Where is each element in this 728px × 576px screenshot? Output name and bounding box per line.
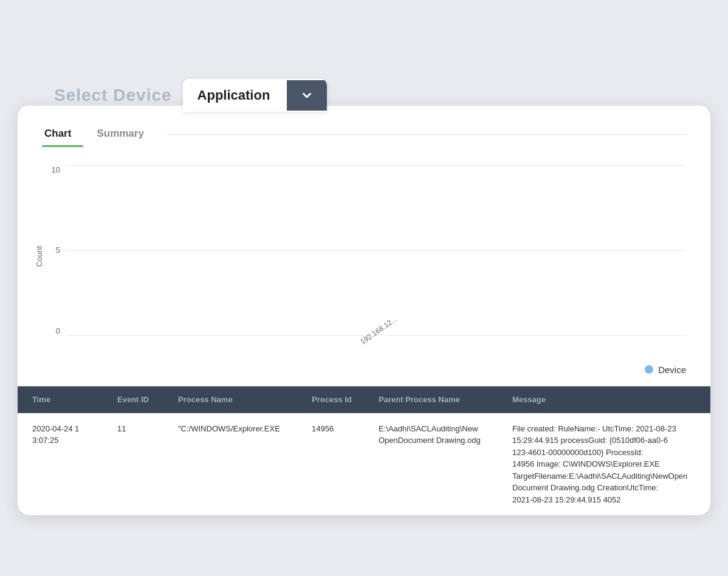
app-dropdown-label: Application (183, 79, 287, 112)
top-bar: Select Device Application (18, 79, 710, 112)
chart-section: Chart Summary Count 10 5 0 (18, 106, 710, 386)
td-time: 2020-04-24 1 3:07:25 (32, 423, 117, 506)
chart-bars-row: 192.168.12... (66, 165, 686, 335)
tab-divider (167, 134, 686, 135)
td-process-id: 14956 (312, 423, 379, 506)
td-parent-process-name: E:\Aadhi\SACLAuditing\New OpenDocument D… (379, 423, 512, 506)
chart-area: Count 10 5 0 (42, 153, 686, 360)
table-row: 2020-04-24 1 3:07:25 11 "C:/WINDOWS/Expl… (18, 413, 710, 516)
th-time: Time (32, 395, 117, 404)
tab-chart[interactable]: Chart (42, 123, 83, 147)
th-process-id: Process Id (312, 395, 379, 404)
td-process-name: "C:/WINDOWS/Explorer.EXE (178, 423, 312, 506)
main-card: Top Devices Chart Summary Count 10 5 0 (18, 106, 710, 516)
chart-plot-area: 192.168.12... (66, 159, 686, 354)
tab-summary[interactable]: Summary (94, 123, 156, 147)
table-header-row: Time Event ID Process Name Process Id Pa… (18, 386, 710, 413)
legend-row: Device (42, 360, 686, 386)
chevron-down-icon (300, 89, 314, 102)
td-message: File created: RuleName:- UtcTime: 2021-0… (512, 423, 696, 506)
y-axis-title: Count (35, 245, 44, 267)
bar-x-label-1: 192.168.12... (359, 315, 398, 346)
y-label-10: 10 (52, 165, 60, 174)
td-event-id: 11 (117, 423, 178, 506)
select-device-label: Select Device (54, 86, 172, 105)
bar-group-1: 192.168.12... (291, 322, 461, 335)
table-section: Time Event ID Process Name Process Id Pa… (18, 386, 710, 516)
app-dropdown-button[interactable] (287, 80, 327, 111)
legend-dot (645, 365, 653, 374)
th-message: Message (512, 395, 696, 404)
legend-label: Device (658, 365, 686, 375)
app-dropdown[interactable]: Application (183, 79, 328, 112)
th-process-name: Process Name (178, 395, 312, 404)
th-parent-process-name: Parent Process Name (379, 395, 512, 404)
y-label-5: 5 (56, 245, 60, 255)
chart-y-axis: 10 5 0 (42, 159, 60, 354)
tabs-row: Chart Summary (42, 123, 686, 147)
th-event-id: Event ID (117, 395, 178, 404)
y-label-0: 0 (56, 326, 60, 335)
